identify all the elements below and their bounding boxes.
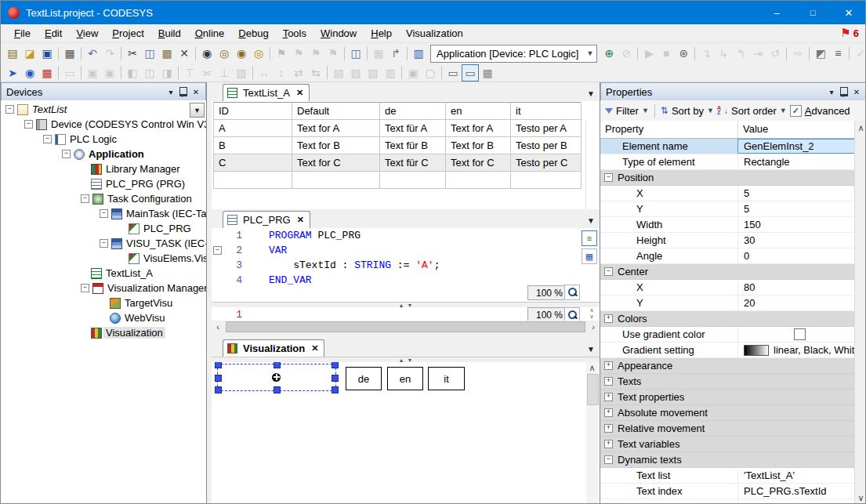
- resize-handle[interactable]: [215, 375, 222, 382]
- tab-plc-prg[interactable]: PLC_PRG ✕: [223, 211, 310, 228]
- scroll-up-icon[interactable]: ∧: [855, 121, 866, 134]
- expand-icon[interactable]: +: [604, 408, 613, 417]
- devices-dropdown-icon[interactable]: ▾: [165, 85, 177, 98]
- property-row-y[interactable]: Y5: [600, 201, 866, 217]
- devices-close-icon[interactable]: ✕: [190, 85, 202, 98]
- reset-size-icon[interactable]: ⇆: [307, 64, 324, 82]
- property-value[interactable]: PLC_PRG.sTextId: [737, 484, 856, 499]
- ungroup-icon[interactable]: ▢: [422, 64, 439, 82]
- same-height-icon[interactable]: ↕: [273, 64, 290, 82]
- property-group-text-properties[interactable]: +Text properties: [600, 390, 866, 405]
- textlist-cell[interactable]: Text for A: [292, 120, 380, 137]
- property-value[interactable]: GenElemInst_2: [737, 139, 856, 154]
- align-top-icon[interactable]: ⊤: [181, 64, 198, 82]
- filter-button[interactable]: Filter ▼: [605, 105, 649, 117]
- minimize-button[interactable]: –: [759, 1, 795, 24]
- tree-item-plc-prg[interactable]: PLC_PRG: [1, 221, 206, 236]
- delete-icon[interactable]: ✕: [176, 45, 193, 62]
- property-value[interactable]: 0: [737, 248, 856, 263]
- resize-handle[interactable]: [332, 362, 339, 368]
- tree-item-device-codesys-control-win-v3-x64[interactable]: −Device (CODESYS Control Win V3 x64): [1, 117, 206, 132]
- tree-item-task-configuration[interactable]: −Task Configuration: [1, 191, 206, 206]
- property-group-texts[interactable]: +Texts: [600, 374, 866, 390]
- declaration-zoom-level[interactable]: 100 %: [527, 285, 567, 300]
- property-row-use-gradient-color[interactable]: Use gradient color: [600, 327, 866, 343]
- property-row-angle[interactable]: Angle0: [600, 248, 866, 264]
- align-left-icon[interactable]: ◧: [124, 64, 141, 82]
- display-mode-selected-icon[interactable]: ▭: [462, 64, 479, 82]
- property-group-text-variables[interactable]: +Text variables: [600, 437, 866, 452]
- textlist-cell[interactable]: A: [214, 120, 292, 137]
- textlist-cell[interactable]: Text for C: [292, 154, 380, 172]
- tree-item-application[interactable]: −Application: [1, 147, 206, 161]
- scroll-right-icon[interactable]: ›: [587, 321, 600, 333]
- collapse-icon[interactable]: −: [604, 455, 613, 464]
- property-group-absolute-movement[interactable]: +Absolute movement: [600, 405, 866, 421]
- sort-order-button[interactable]: AZ ↓ Sort order ▼: [717, 105, 787, 117]
- menu-help[interactable]: Help: [364, 25, 399, 42]
- export-icon[interactable]: ↱: [387, 45, 404, 62]
- next-statement-icon[interactable]: ⇨: [789, 45, 806, 62]
- visu-magnifier-icon[interactable]: ◉: [21, 64, 38, 82]
- menu-debug[interactable]: Debug: [231, 25, 275, 42]
- send-to-back-icon[interactable]: ▥: [382, 64, 399, 82]
- find-icon[interactable]: ◉: [198, 45, 216, 62]
- collapse-icon[interactable]: −: [604, 173, 613, 182]
- scroll-left-icon[interactable]: ‹: [212, 321, 224, 333]
- property-value[interactable]: 30: [737, 233, 856, 248]
- canvas-vertical-scrollbar[interactable]: ∧: [586, 362, 598, 504]
- menu-view[interactable]: View: [69, 25, 105, 42]
- visualization-canvas[interactable]: deenit ∧: [212, 362, 600, 504]
- textlist-cell[interactable]: Text für A: [380, 120, 446, 137]
- start-icon[interactable]: ▶: [640, 45, 658, 62]
- fold-collapse-icon[interactable]: −: [213, 246, 222, 255]
- move-backward-icon[interactable]: ▨: [364, 64, 382, 82]
- scroll-down-icon[interactable]: ∨: [855, 491, 866, 504]
- resize-handle[interactable]: [215, 362, 222, 368]
- column-header-en[interactable]: en: [446, 103, 511, 120]
- tab-list-dropdown-icon[interactable]: ▼: [587, 345, 595, 354]
- tab-list-dropdown-icon[interactable]: ▼: [587, 216, 595, 225]
- group-icon[interactable]: ▣: [404, 64, 422, 82]
- print-icon[interactable]: ▦: [61, 45, 78, 62]
- close-icon[interactable]: ✕: [297, 215, 304, 225]
- collapse-icon[interactable]: −: [62, 150, 71, 158]
- resize-handle[interactable]: [332, 386, 339, 393]
- expand-icon[interactable]: +: [604, 440, 613, 448]
- find-in-project-icon[interactable]: ◉: [233, 45, 250, 62]
- bookmark-icon[interactable]: ⚑: [273, 45, 290, 62]
- property-value[interactable]: [737, 499, 856, 504]
- textlist-cell[interactable]: Text for A: [446, 120, 511, 137]
- run-to-cursor-icon[interactable]: ⇥: [749, 45, 766, 62]
- selected-rectangle-element[interactable]: [217, 364, 336, 391]
- property-group-appearance[interactable]: +Appearance: [600, 358, 866, 374]
- anchor-vertical-icon[interactable]: ▣: [101, 64, 118, 82]
- collapse-icon[interactable]: −: [100, 209, 108, 218]
- expand-icon[interactable]: +: [604, 377, 613, 386]
- property-value[interactable]: [737, 327, 856, 342]
- resize-handle[interactable]: [332, 375, 339, 382]
- collapse-icon[interactable]: −: [100, 239, 108, 248]
- implementation-scroll-arrows[interactable]: ∧∨: [586, 307, 597, 321]
- collapse-icon[interactable]: −: [604, 267, 613, 276]
- properties-vertical-scrollbar[interactable]: ∧ ∨: [854, 121, 866, 504]
- message-flag[interactable]: ⚑ 6: [840, 26, 859, 40]
- menu-project[interactable]: Project: [105, 25, 150, 42]
- same-width-icon[interactable]: ↔: [255, 64, 273, 82]
- tree-item-webvisu[interactable]: WebVisu: [1, 310, 206, 325]
- scrollbar-thumb[interactable]: [587, 374, 599, 405]
- column-header-value[interactable]: Value: [737, 121, 856, 138]
- checkbox-unchecked-icon[interactable]: [794, 328, 806, 340]
- align-right-icon[interactable]: ◨: [158, 64, 176, 82]
- menu-build[interactable]: Build: [151, 25, 188, 42]
- column-header-id[interactable]: ID: [214, 103, 292, 120]
- tree-item-visualization-manager[interactable]: −Visualization Manager: [1, 281, 206, 296]
- textlist-cell[interactable]: Testo per C: [511, 154, 582, 172]
- tab-textlist-a[interactable]: TextList_A ✕: [223, 84, 310, 101]
- property-group-position[interactable]: −Position: [600, 170, 866, 186]
- expand-icon[interactable]: +: [604, 424, 613, 433]
- tree-item-visuelems-visu-prg[interactable]: VisuElems.Visu_Prg: [1, 251, 206, 266]
- collapse-icon[interactable]: −: [24, 120, 33, 129]
- textlist-cell[interactable]: Text for C: [446, 154, 511, 172]
- display-mode-all-icon[interactable]: ▦: [479, 64, 496, 82]
